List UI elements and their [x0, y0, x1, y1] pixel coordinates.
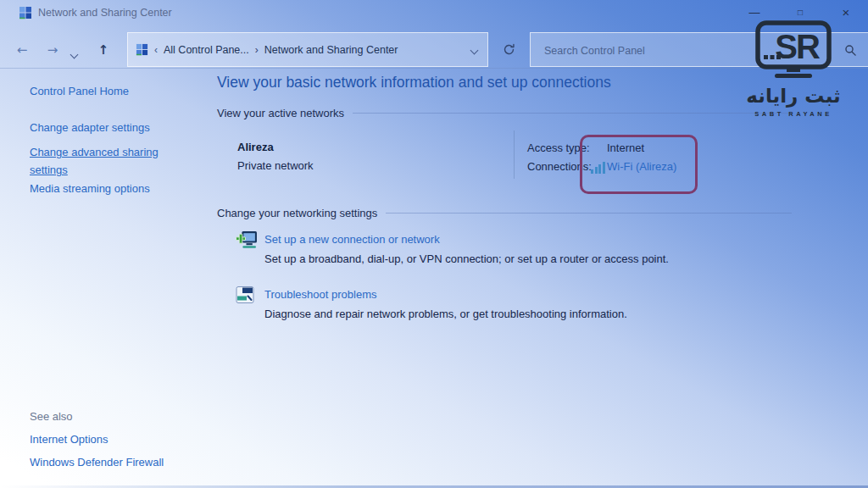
toolbar-separator — [0, 68, 868, 69]
troubleshoot-description: Diagnose and repair network problems, or… — [264, 308, 627, 320]
access-type-label: Access type: — [527, 141, 590, 154]
page-title: View your basic network information and … — [217, 74, 611, 92]
sidebar-item-windows-defender-firewall[interactable]: Windows Defender Firewall — [30, 456, 164, 469]
search-icon — [844, 44, 857, 57]
network-app-icon — [19, 6, 32, 19]
connections-label: Connections: — [527, 160, 592, 173]
network-sharing-center-window: Network and Sharing Center — □ × ← → ↑ ‹… — [0, 0, 868, 488]
troubleshoot-icon — [235, 285, 255, 305]
close-button[interactable]: × — [834, 3, 858, 22]
back-button[interactable]: ← — [12, 38, 32, 62]
refresh-button[interactable] — [497, 37, 520, 61]
search-input[interactable] — [542, 33, 826, 68]
maximize-button[interactable]: □ — [788, 3, 812, 22]
see-also-heading: See also — [30, 410, 73, 423]
brand-name-farsi: ثبت رایانه — [741, 86, 846, 107]
network-divider — [514, 130, 515, 179]
active-networks-label: View your active networks — [217, 107, 344, 119]
location-icon — [136, 43, 148, 56]
access-type-value: Internet — [607, 141, 644, 154]
networking-settings-label: Change your networking settings — [217, 207, 377, 219]
search-box — [530, 32, 868, 67]
breadcrumb-separator: › — [255, 44, 259, 56]
troubleshoot-link[interactable]: Troubleshoot problems — [264, 288, 376, 301]
wifi-signal-icon — [591, 162, 605, 174]
networking-settings-section-header: Change your networking settings — [217, 207, 792, 219]
window-title: Network and Sharing Center — [38, 7, 172, 19]
new-connection-icon — [235, 229, 258, 252]
sidebar-item-media-streaming-options[interactable]: Media streaming options — [30, 182, 150, 195]
sidebar-item-internet-options[interactable]: Internet Options — [30, 433, 108, 446]
network-type: Private network — [237, 159, 314, 172]
wifi-connection-link[interactable]: Wi-Fi (Alireza) — [607, 160, 676, 173]
breadcrumb-item-current[interactable]: Network and Sharing Center — [264, 44, 398, 56]
minimize-button[interactable]: — — [743, 3, 766, 22]
recent-locations-chevron-icon[interactable] — [71, 46, 77, 61]
address-bar[interactable]: ‹ All Control Pane... › Network and Shar… — [127, 32, 488, 67]
setup-connection-description: Set up a broadband, dial-up, or VPN conn… — [264, 252, 669, 265]
titlebar: Network and Sharing Center — □ × — [0, 0, 868, 25]
setup-connection-link[interactable]: Set up a new connection or network — [264, 233, 440, 246]
section-rule — [353, 113, 792, 114]
forward-button[interactable]: → — [42, 38, 63, 62]
address-dropdown-chevron-icon[interactable] — [471, 44, 477, 56]
sidebar-item-control-panel-home[interactable]: Control Panel Home — [30, 85, 129, 97]
breadcrumb-collapse-icon[interactable]: ‹ — [154, 44, 158, 56]
breadcrumb-item-root[interactable]: All Control Pane... — [164, 44, 249, 56]
sidebar-item-change-advanced-sharing-settings[interactable]: Change advanced sharing settings — [30, 143, 199, 179]
network-name: Alireza — [237, 141, 274, 153]
sidebar-item-change-adapter-settings[interactable]: Change adapter settings — [30, 121, 150, 134]
section-rule — [386, 213, 792, 214]
up-button[interactable]: ↑ — [93, 38, 114, 62]
active-networks-section-header: View your active networks — [217, 107, 792, 119]
